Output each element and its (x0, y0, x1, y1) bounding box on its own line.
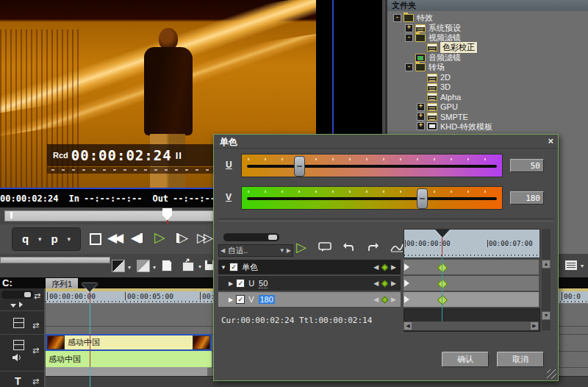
row-expand-icon[interactable]: ▶ (229, 297, 233, 303)
row-value-selected[interactable]: 180 (259, 295, 275, 304)
tree-item-alpha[interactable]: Alpha (387, 92, 588, 102)
row-checkbox[interactable]: ✓ (236, 279, 245, 288)
kf-track-monochrome[interactable] (404, 260, 539, 274)
tree-item-system-presets[interactable]: + 系统预设 (387, 23, 588, 32)
v-gradient-slider[interactable] (241, 186, 503, 210)
keyframe-diamond[interactable] (437, 279, 448, 289)
expand-icon[interactable]: + (405, 24, 413, 32)
prev-keyframe-icon[interactable]: ◀ (373, 296, 379, 303)
undo-icon[interactable] (343, 243, 355, 252)
play-effect-icon[interactable]: ▷ (296, 241, 306, 254)
stop-button[interactable] (90, 233, 101, 245)
u-gradient-slider[interactable] (241, 154, 503, 177)
swap-arrows-icon[interactable]: ⇄ (32, 377, 39, 386)
bin-view-icon[interactable]: ▾ (564, 260, 578, 271)
tree-item-video-filters[interactable]: - 视频滤镜 (387, 33, 588, 43)
kf-track-v[interactable] (404, 292, 539, 307)
tree-item-2d[interactable]: 2D (387, 72, 588, 82)
export-icon[interactable]: ▾ (182, 262, 194, 271)
set-out-point-button[interactable]: p (51, 228, 57, 250)
collapse-icon[interactable]: - (405, 34, 413, 42)
u-slider-thumb[interactable] (294, 156, 305, 177)
dialog-title-bar[interactable]: 单色 × (214, 135, 558, 149)
swap-arrows-icon[interactable]: ⇄ (34, 291, 40, 301)
preset-dropdown[interactable]: ◀ 自适.. ▼ ▶ (218, 244, 293, 257)
fast-forward-button[interactable]: ▷▷ (197, 227, 210, 249)
audio-clip[interactable]: 感动中国 (46, 351, 212, 368)
u-value-field[interactable]: 50 (510, 159, 544, 172)
next-keyframe-icon[interactable]: ▶ (391, 263, 396, 271)
tree-item-3d[interactable]: 3D (387, 82, 588, 92)
tree-item-smpte[interactable]: + SMPTE (387, 112, 588, 121)
prev-keyframe-icon[interactable]: ◀ (373, 263, 379, 271)
kf-track-u[interactable] (404, 276, 539, 291)
collapse-icon[interactable]: - (405, 63, 413, 71)
redo-icon[interactable] (367, 243, 379, 252)
tree-item-audio-filters[interactable]: 音频滤镜 (387, 53, 588, 63)
curve-editor-icon[interactable] (390, 243, 404, 252)
next-keyframe-icon[interactable]: ▶ (391, 280, 396, 287)
keyframe-row-u[interactable]: ▶ ✓ U 50 ◀ ▶ (218, 276, 401, 291)
v-value-field[interactable]: 180 (510, 191, 544, 205)
new-sequence-icon[interactable]: ▾ (162, 260, 172, 271)
scroll-up-icon[interactable]: ▲ (542, 260, 551, 269)
collapse-icon[interactable]: - (393, 14, 401, 22)
scroll-down-icon[interactable]: ▼ (542, 311, 551, 320)
kf-playhead-handle[interactable] (435, 230, 450, 238)
expand-tracks-icon[interactable] (10, 300, 23, 309)
video-track-icon[interactable] (13, 340, 24, 350)
keyframe-ruler[interactable]: 00:00:00:00 00:00:07:00 (404, 229, 540, 258)
swap-arrows-icon[interactable]: ⇄ (32, 321, 39, 330)
keyframe-diamond[interactable] (437, 295, 448, 305)
row-collapse-icon[interactable]: ▼ (220, 264, 226, 271)
play-button[interactable]: ▷ (154, 227, 165, 249)
close-icon[interactable]: × (548, 135, 553, 146)
swap-arrows-icon[interactable]: ⇄ (32, 346, 39, 355)
keyframe-diamond[interactable] (437, 263, 448, 273)
in-point-dropdown-icon[interactable]: ▾ (38, 235, 42, 243)
expand-icon[interactable]: + (417, 103, 425, 111)
timeline-playhead-handle[interactable] (82, 283, 98, 292)
add-keyframe-icon[interactable] (381, 280, 389, 287)
add-keyframe-icon[interactable] (381, 296, 389, 303)
confirm-button[interactable]: 确认 (442, 352, 489, 367)
overlay-mode-icon[interactable]: ▾ (137, 260, 150, 272)
rewind-button[interactable]: ◀◀ (107, 227, 121, 249)
dialog-resize-grip[interactable] (547, 369, 556, 379)
expand-icon[interactable]: + (417, 113, 425, 121)
v-slider-thumb[interactable] (417, 188, 428, 209)
add-keyframe-icon[interactable] (381, 263, 389, 271)
tree-item-gpu[interactable]: + GPU (387, 102, 588, 112)
title-track-icon[interactable]: T (15, 375, 21, 387)
kf-horizontal-scrollbar[interactable]: ◀ ▶ (404, 322, 539, 330)
set-in-point-button[interactable]: q (22, 228, 29, 250)
tree-item-transitions[interactable]: - 转场 (387, 63, 588, 72)
keyframe-row-monochrome[interactable]: ▼ ✓ 单色 ◀ ▶ (218, 260, 401, 274)
tree-item-khd-templates[interactable]: + KHD-特效模板 (387, 121, 588, 131)
expand-icon[interactable]: + (417, 122, 425, 130)
kf-vertical-scrollbar[interactable]: ▲ ▼ (542, 229, 551, 330)
mixer-mode-icon[interactable]: ▾ (112, 260, 125, 272)
row-checkbox[interactable]: ✓ (236, 295, 245, 304)
video-clip[interactable]: 感动中国 (46, 334, 212, 351)
scroll-left-icon[interactable]: ◀ (404, 322, 412, 330)
keyframe-zoom-slider[interactable] (223, 233, 279, 241)
video-track-icon[interactable] (13, 318, 24, 328)
next-keyframe-icon[interactable]: ▶ (391, 296, 396, 303)
snap-magnet-icon[interactable]: C: (2, 277, 12, 288)
out-point-dropdown-icon[interactable]: ▾ (68, 235, 71, 243)
row-checkbox[interactable]: ✓ (229, 263, 238, 271)
tree-item-effects[interactable]: - 特效 (387, 13, 588, 23)
step-forward-button[interactable]: ▷ (176, 227, 188, 249)
row-expand-icon[interactable]: ▶ (229, 280, 233, 287)
panel-splitter[interactable] (0, 257, 110, 263)
comment-bubble-icon[interactable] (318, 242, 331, 252)
row-value[interactable]: 50 (259, 279, 268, 288)
step-back-button[interactable]: ◀ (131, 227, 143, 249)
timeline-zoom-slider[interactable] (1, 291, 34, 299)
keyframe-row-v[interactable]: ▶ ✓ V 180 ◀ ▶ (218, 292, 401, 307)
scroll-right-icon[interactable]: ▶ (530, 322, 539, 330)
speaker-icon[interactable] (12, 353, 22, 362)
cancel-button[interactable]: 取消 (497, 352, 544, 367)
tree-item-color-correction[interactable]: 色彩校正 (387, 43, 588, 52)
